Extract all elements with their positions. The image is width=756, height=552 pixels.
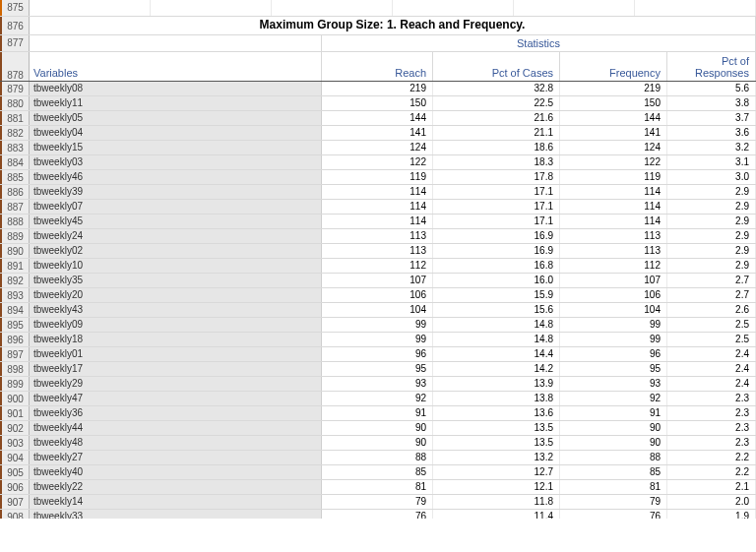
cell-frequency[interactable]: 113	[560, 244, 667, 258]
row-number[interactable]: 898	[0, 362, 30, 376]
row-number[interactable]: 905	[0, 465, 30, 479]
cell-pct-cases[interactable]: 14.8	[433, 318, 560, 332]
cell-frequency[interactable]: 114	[560, 200, 667, 214]
cell-frequency[interactable]: 112	[560, 259, 667, 273]
cell-reach[interactable]: 104	[322, 303, 433, 317]
cell-reach[interactable]: 113	[322, 229, 433, 243]
row-number[interactable]: 893	[0, 288, 30, 302]
cell-pct-responses[interactable]: 2.5	[667, 318, 756, 332]
cell-frequency[interactable]: 88	[560, 451, 667, 464]
cell-variable[interactable]: tbweekly03	[30, 155, 322, 169]
cell-pct-cases[interactable]: 14.8	[433, 333, 560, 346]
cell-reach[interactable]: 90	[322, 436, 433, 450]
cell-frequency[interactable]: 91	[560, 406, 667, 420]
cell-reach[interactable]: 85	[322, 465, 433, 479]
cell-reach[interactable]: 81	[322, 480, 433, 494]
cell-pct-cases[interactable]: 18.3	[433, 155, 560, 169]
row-number[interactable]: 902	[0, 421, 30, 435]
cell-pct-cases[interactable]: 15.9	[433, 288, 560, 302]
cell-pct-cases[interactable]: 18.6	[433, 141, 560, 154]
cell-frequency[interactable]: 95	[560, 362, 667, 376]
cell-frequency[interactable]: 96	[560, 347, 667, 361]
cell-variable[interactable]: tbweekly35	[30, 274, 322, 287]
cell-frequency[interactable]: 119	[560, 170, 667, 184]
cell-pct-responses[interactable]: 2.4	[667, 362, 756, 376]
cell-pct-responses[interactable]: 3.7	[667, 111, 756, 125]
row-number[interactable]: 900	[0, 392, 30, 405]
cell-reach[interactable]: 88	[322, 451, 433, 464]
row-number[interactable]: 887	[0, 200, 30, 214]
cell-pct-cases[interactable]: 13.8	[433, 392, 560, 405]
cell-variable[interactable]: tbweekly04	[30, 126, 322, 140]
cell-frequency[interactable]: 106	[560, 288, 667, 302]
cell-reach[interactable]: 76	[322, 510, 433, 519]
cell-pct-cases[interactable]: 16.0	[433, 274, 560, 287]
row-number[interactable]: 903	[0, 436, 30, 450]
cell-pct-responses[interactable]: 2.5	[667, 333, 756, 346]
cell-pct-cases[interactable]: 16.9	[433, 244, 560, 258]
cell-pct-cases[interactable]: 14.2	[433, 362, 560, 376]
cell-variable[interactable]: tbweekly46	[30, 170, 322, 184]
cell-frequency[interactable]: 90	[560, 436, 667, 450]
cell-variable[interactable]: tbweekly36	[30, 406, 322, 420]
cell-pct-responses[interactable]: 2.6	[667, 303, 756, 317]
row-number[interactable]: 907	[0, 495, 30, 509]
cell-pct-responses[interactable]: 1.9	[667, 510, 756, 519]
cell-pct-cases[interactable]: 21.6	[433, 111, 560, 125]
cell-variable[interactable]: tbweekly20	[30, 288, 322, 302]
cell-reach[interactable]: 141	[322, 126, 433, 140]
cell-pct-responses[interactable]: 2.3	[667, 406, 756, 420]
cell-frequency[interactable]: 114	[560, 185, 667, 199]
cell-frequency[interactable]: 90	[560, 421, 667, 435]
cell-reach[interactable]: 119	[322, 170, 433, 184]
row-number[interactable]: 875	[0, 0, 30, 16]
row-number[interactable]: 904	[0, 451, 30, 464]
cell-reach[interactable]: 107	[322, 274, 433, 287]
row-number[interactable]: 906	[0, 480, 30, 494]
row-number[interactable]: 879	[0, 82, 30, 95]
cell-pct-cases[interactable]: 15.6	[433, 303, 560, 317]
cell-frequency[interactable]: 150	[560, 96, 667, 110]
row-number[interactable]: 880	[0, 96, 30, 110]
column-header-frequency[interactable]: Frequency	[560, 52, 667, 81]
cell-pct-responses[interactable]: 2.2	[667, 465, 756, 479]
cell-variable[interactable]: tbweekly40	[30, 465, 322, 479]
column-header-variables[interactable]: Variables	[30, 52, 322, 81]
cell-pct-cases[interactable]: 13.5	[433, 436, 560, 450]
cell-variable[interactable]: tbweekly08	[30, 82, 322, 95]
cell-pct-responses[interactable]: 2.9	[667, 259, 756, 273]
cell-frequency[interactable]: 107	[560, 274, 667, 287]
cell-pct-responses[interactable]: 2.0	[667, 495, 756, 509]
cell-frequency[interactable]: 113	[560, 229, 667, 243]
cell-pct-responses[interactable]: 2.9	[667, 244, 756, 258]
table-title[interactable]: Maximum Group Size: 1. Reach and Frequen…	[30, 17, 756, 34]
cell-reach[interactable]: 114	[322, 215, 433, 228]
cell-pct-responses[interactable]: 2.2	[667, 451, 756, 464]
cell-variable[interactable]: tbweekly27	[30, 451, 322, 464]
cell-pct-responses[interactable]: 3.1	[667, 155, 756, 169]
cell-pct-cases[interactable]: 13.5	[433, 421, 560, 435]
cell-frequency[interactable]: 81	[560, 480, 667, 494]
row-number[interactable]: 881	[0, 111, 30, 125]
cell-variable[interactable]: tbweekly33	[30, 510, 322, 519]
cell-frequency[interactable]: 79	[560, 495, 667, 509]
row-number[interactable]: 899	[0, 377, 30, 391]
cell-pct-responses[interactable]: 2.3	[667, 392, 756, 405]
row-number[interactable]: 878	[0, 52, 30, 81]
column-header-reach[interactable]: Reach	[322, 52, 433, 81]
cell-frequency[interactable]: 92	[560, 392, 667, 405]
cell-reach[interactable]: 79	[322, 495, 433, 509]
cell-reach[interactable]: 114	[322, 200, 433, 214]
cell-frequency[interactable]: 93	[560, 377, 667, 391]
row-number[interactable]: 891	[0, 259, 30, 273]
cell-pct-cases[interactable]: 17.8	[433, 170, 560, 184]
cell-reach[interactable]: 92	[322, 392, 433, 405]
cell-variable[interactable]: tbweekly11	[30, 96, 322, 110]
cell-frequency[interactable]: 85	[560, 465, 667, 479]
column-header-statistics[interactable]: Statistics	[322, 35, 756, 51]
cell-frequency[interactable]: 99	[560, 333, 667, 346]
cell-pct-responses[interactable]: 3.0	[667, 170, 756, 184]
cell-frequency[interactable]: 76	[560, 510, 667, 519]
cell-variable[interactable]: tbweekly44	[30, 421, 322, 435]
cell-frequency[interactable]: 114	[560, 215, 667, 228]
